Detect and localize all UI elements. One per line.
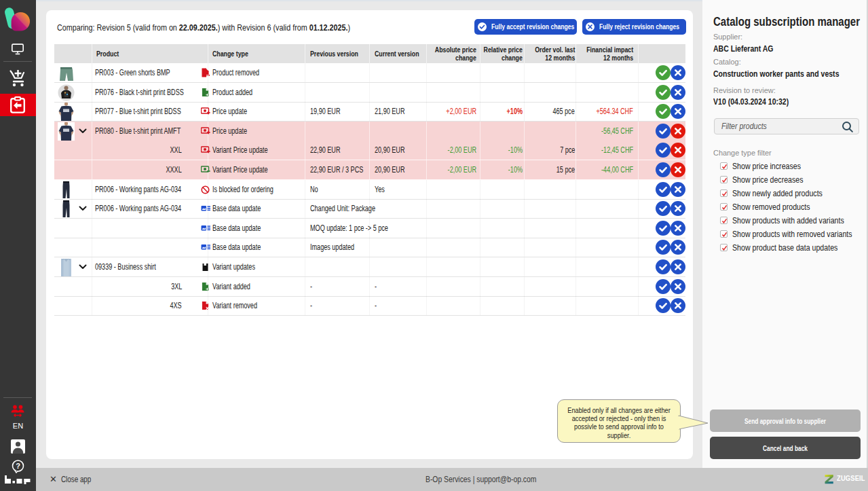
svg-text:?: ? bbox=[16, 462, 20, 470]
